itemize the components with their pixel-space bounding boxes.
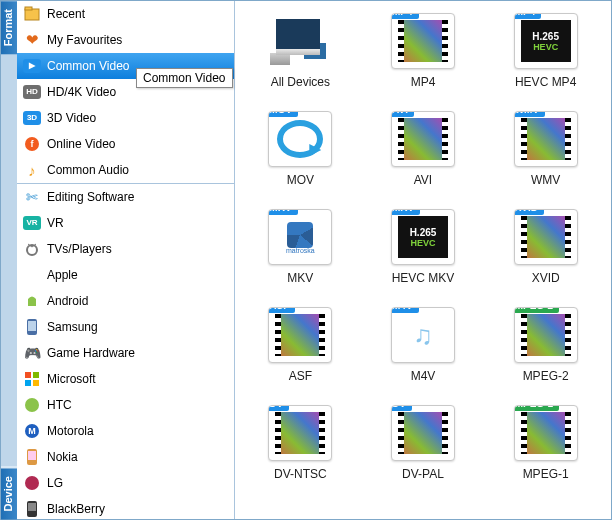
sidebar-device-tvs-players[interactable]: TVs/Players — [17, 236, 234, 262]
format-tile-label: MP4 — [411, 75, 436, 89]
svg-rect-7 — [28, 321, 36, 331]
sidebar-item-label: HD/4K Video — [47, 85, 228, 99]
format-tile-dv-pal[interactable]: DVDV-PAL — [363, 405, 483, 481]
format-thumb: DV — [391, 405, 455, 461]
format-thumb: MKVmatroska — [268, 209, 332, 265]
sidebar-format-recent[interactable]: Recent — [17, 1, 234, 27]
filmstrip-icon — [521, 314, 571, 356]
format-tile-label: MPEG-1 — [523, 467, 569, 481]
format-tile-asf[interactable]: ASFASF — [240, 307, 360, 383]
sidebar-item-label: My Favourites — [47, 33, 228, 47]
sidebar-device-vr[interactable]: VRVR — [17, 210, 234, 236]
sidebar-device-lg[interactable]: LG — [17, 470, 234, 496]
sidebar-device-htc[interactable]: HTC — [17, 392, 234, 418]
filmstrip-icon — [275, 412, 325, 454]
device-category-list[interactable]: ✄Editing SoftwareVRVRTVs/PlayersAppleAnd… — [17, 184, 234, 519]
sidebar-device-editing-software[interactable]: ✄Editing Software — [17, 184, 234, 210]
audio-icon: ♪ — [23, 161, 41, 179]
format-tile-m4v[interactable]: M4V♫M4V — [363, 307, 483, 383]
category-vertical-tabs: Format Device — [1, 1, 17, 519]
sidebar-format-3d-video[interactable]: 3D3D Video — [17, 105, 234, 131]
format-tile-label: MPEG-2 — [523, 369, 569, 383]
sidebar: Recent❤My Favourites▶Common VideoHDHD/4K… — [17, 1, 235, 519]
svg-rect-15 — [28, 503, 36, 511]
format-grid[interactable]: All DevicesMP4MP4MP4H.265HEVCHEVC MP4MOV… — [235, 1, 611, 519]
svg-rect-10 — [25, 380, 31, 386]
svg-rect-13 — [28, 451, 36, 460]
sidebar-device-game-hardware[interactable]: 🎮Game Hardware — [17, 340, 234, 366]
format-tile-dv-ntsc[interactable]: DVDV-NTSC — [240, 405, 360, 481]
format-badge: MKV — [391, 209, 420, 215]
format-tile-mpeg2[interactable]: MPEG-2MPEG-2 — [486, 307, 606, 383]
format-tile-label: MKV — [287, 271, 313, 285]
sidebar-item-label: Game Hardware — [47, 346, 228, 360]
sidebar-format-common-video[interactable]: ▶Common Video — [17, 53, 234, 79]
format-thumb: ASF — [268, 307, 332, 363]
format-badge: XVID — [514, 209, 544, 215]
microsoft-icon — [23, 370, 41, 388]
format-tile-all-devices[interactable]: All Devices — [240, 13, 360, 89]
sidebar-device-microsoft[interactable]: Microsoft — [17, 366, 234, 392]
format-tile-mkv[interactable]: MKVmatroskaMKV — [240, 209, 360, 285]
format-thumb: MP4H.265HEVC — [514, 13, 578, 69]
apple-icon — [23, 266, 41, 284]
filmstrip-icon — [398, 20, 448, 62]
format-badge: WMV — [514, 111, 545, 117]
format-badge: M4V — [391, 307, 419, 313]
sidebar-item-label: Common Audio — [47, 163, 228, 177]
format-thumb — [268, 13, 332, 69]
format-tile-hevc-mkv[interactable]: MKVH.265HEVCHEVC MKV — [363, 209, 483, 285]
quicktime-icon — [277, 120, 323, 158]
svg-rect-5 — [28, 299, 36, 306]
format-badge: DV — [391, 405, 412, 411]
format-thumb: MPEG-2 — [514, 307, 578, 363]
svg-rect-1 — [25, 7, 32, 10]
lg-icon — [23, 474, 41, 492]
format-tile-mpeg1[interactable]: MPEG-1MPEG-1 — [486, 405, 606, 481]
tab-format[interactable]: Format — [1, 1, 17, 54]
onlinevideo-icon: f — [23, 135, 41, 153]
sidebar-item-label: Microsoft — [47, 372, 228, 386]
blackberry-icon — [23, 500, 41, 518]
devices-icon — [268, 13, 332, 69]
format-tile-mp4[interactable]: MP4MP4 — [363, 13, 483, 89]
sidebar-format-favourites[interactable]: ❤My Favourites — [17, 27, 234, 53]
sidebar-format-hd-4k-video[interactable]: HDHD/4K Video — [17, 79, 234, 105]
sidebar-device-android[interactable]: Android — [17, 288, 234, 314]
format-tile-label: M4V — [411, 369, 436, 383]
sidebar-device-nokia[interactable]: Nokia — [17, 444, 234, 470]
svg-rect-9 — [33, 372, 39, 378]
format-tile-label: All Devices — [271, 75, 330, 89]
format-badge: AVI — [391, 111, 414, 117]
sidebar-item-label: Apple — [47, 268, 228, 282]
format-thumb: AVI — [391, 111, 455, 167]
sidebar-device-samsung[interactable]: Samsung — [17, 314, 234, 340]
svg-rect-8 — [25, 372, 31, 378]
vr-icon: VR — [23, 214, 41, 232]
commonvideo-icon: ▶ — [23, 57, 41, 75]
format-tile-label: AVI — [414, 173, 432, 187]
format-thumb: DV — [268, 405, 332, 461]
format-tile-mov[interactable]: MOVMOV — [240, 111, 360, 187]
format-badge: MKV — [268, 209, 297, 215]
format-thumb: MKVH.265HEVC — [391, 209, 455, 265]
format-tile-wmv[interactable]: WMVWMV — [486, 111, 606, 187]
sidebar-format-common-audio[interactable]: ♪Common Audio — [17, 157, 234, 183]
sidebar-item-label: VR — [47, 216, 228, 230]
format-tile-avi[interactable]: AVIAVI — [363, 111, 483, 187]
tab-device[interactable]: Device — [1, 468, 17, 519]
format-thumb: WMV — [514, 111, 578, 167]
sidebar-device-apple[interactable]: Apple — [17, 262, 234, 288]
format-category-list[interactable]: Recent❤My Favourites▶Common VideoHDHD/4K… — [17, 1, 234, 184]
sidebar-device-motorola[interactable]: MMotorola — [17, 418, 234, 444]
recent-icon — [23, 5, 41, 23]
sidebar-format-online-video[interactable]: fOnline Video — [17, 131, 234, 157]
filmstrip-icon — [521, 412, 571, 454]
sidebar-device-blackberry[interactable]: BlackBerry — [17, 496, 234, 519]
format-tile-hevc-mp4[interactable]: MP4H.265HEVCHEVC MP4 — [486, 13, 606, 89]
format-tile-xvid[interactable]: XVIDXVID — [486, 209, 606, 285]
format-badge: DV — [268, 405, 289, 411]
heart-icon: ❤ — [23, 31, 41, 49]
htc-icon — [23, 396, 41, 414]
filmstrip-icon — [521, 118, 571, 160]
